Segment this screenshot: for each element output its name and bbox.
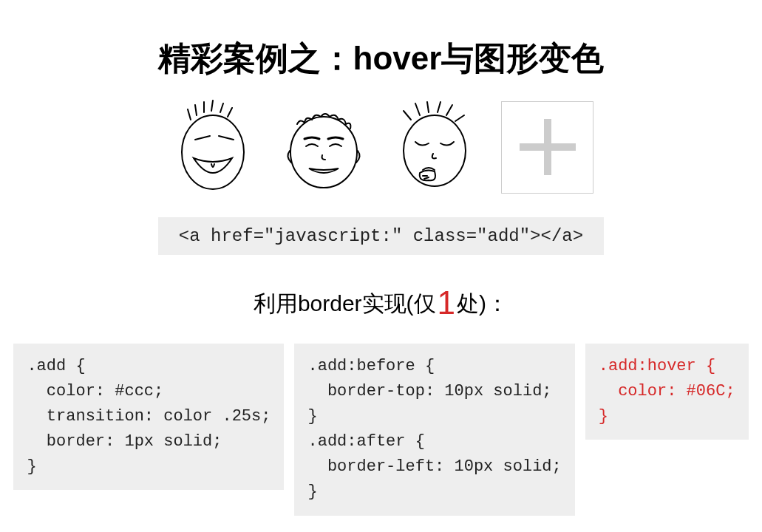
subtitle-prefix: 利用border实现(仅	[254, 291, 436, 316]
code-block-add: .add { color: #ccc; transition: color .2…	[13, 344, 284, 490]
svg-point-2	[404, 115, 466, 186]
svg-point-0	[182, 115, 244, 189]
page-title: 精彩案例之：hover与图形变色	[0, 37, 762, 81]
code-block-hover: .add:hover { color: #06C; }	[585, 344, 749, 440]
face-smiling	[279, 99, 368, 195]
code-block-pseudo: .add:before { border-top: 10px solid; } …	[294, 344, 574, 516]
svg-point-1	[290, 117, 357, 188]
add-button[interactable]	[501, 101, 593, 194]
html-snippet: <a href="javascript:" class="add"></a>	[158, 217, 604, 255]
plus-icon	[520, 119, 576, 175]
faces-row	[0, 99, 762, 195]
face-eating	[390, 99, 479, 195]
subtitle-highlight: 1	[436, 284, 457, 321]
subtitle-suffix: 处)：	[457, 291, 508, 316]
face-laughing	[169, 99, 257, 195]
code-blocks-row: .add { color: #ccc; transition: color .2…	[0, 344, 762, 516]
subtitle: 利用border实现(仅1处)：	[0, 284, 762, 321]
